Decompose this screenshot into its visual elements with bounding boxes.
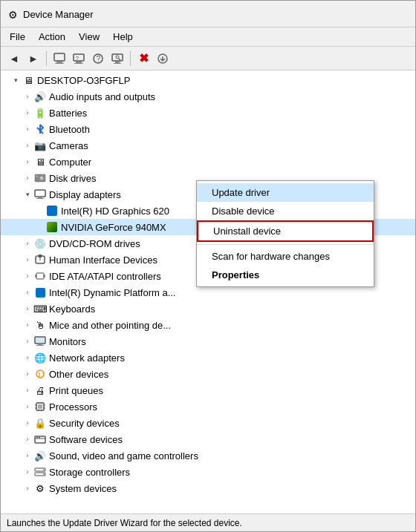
expand-software[interactable] xyxy=(22,433,33,445)
display-icon xyxy=(33,188,47,200)
scan-button[interactable] xyxy=(108,50,126,68)
intel-hd-label: Intel(R) HD Graphics 620 xyxy=(61,206,169,217)
tree-storage[interactable]: Storage controllers xyxy=(1,464,415,480)
expand-root[interactable] xyxy=(10,74,22,86)
svg-rect-34 xyxy=(38,404,42,409)
expand-print[interactable] xyxy=(22,384,33,396)
expand-ide[interactable] xyxy=(22,270,33,282)
toolbar: ◄ ► ? ? xyxy=(1,47,415,70)
expand-mice[interactable] xyxy=(22,319,33,331)
svg-point-16 xyxy=(40,177,44,180)
tree-batteries[interactable]: 🔋 Batteries xyxy=(1,105,415,121)
batteries-label: Batteries xyxy=(49,108,87,119)
hid-icon xyxy=(33,254,47,266)
expand-bluetooth[interactable] xyxy=(22,123,33,135)
computer-label: Computer xyxy=(49,157,91,168)
print-label: Print queues xyxy=(49,385,103,396)
tree-print[interactable]: 🖨 Print queues xyxy=(1,382,415,398)
tree-software[interactable]: Software devices xyxy=(1,431,415,447)
tree-monitors[interactable]: Monitors xyxy=(1,333,415,349)
system-label: System devices xyxy=(49,483,117,494)
update-driver-button[interactable]: ? xyxy=(70,50,88,68)
tree-cameras[interactable]: 📷 Cameras xyxy=(1,137,415,154)
svg-point-12 xyxy=(116,56,119,59)
network-icon: 🌐 xyxy=(33,352,47,364)
disk-label: Disk drives xyxy=(49,173,97,184)
svg-rect-11 xyxy=(114,63,121,64)
expand-system[interactable] xyxy=(22,482,33,494)
remove-button[interactable]: ✖ xyxy=(134,50,152,68)
expand-batteries[interactable] xyxy=(22,107,33,119)
storage-label: Storage controllers xyxy=(49,467,130,478)
tree-bluetooth[interactable]: Bluetooth xyxy=(1,121,415,137)
monitors-label: Monitors xyxy=(49,336,86,347)
intel-dyn-icon xyxy=(33,286,47,298)
other-icon: ! xyxy=(33,368,47,380)
menu-view[interactable]: View xyxy=(73,29,105,45)
sound-icon: 🔊 xyxy=(33,450,47,462)
svg-rect-19 xyxy=(38,197,42,198)
svg-rect-5 xyxy=(74,63,83,64)
expand-storage[interactable] xyxy=(22,466,33,478)
network-label: Network adapters xyxy=(49,352,125,364)
svg-rect-28 xyxy=(38,344,42,345)
tree-audio[interactable]: 🔊 Audio inputs and outputs xyxy=(1,88,415,105)
nvidia-label: NVIDIA GeForce 940MX xyxy=(61,222,166,233)
svg-rect-46 xyxy=(39,437,40,439)
tree-network[interactable]: 🌐 Network adapters xyxy=(1,349,415,366)
tree-sound[interactable]: 🔊 Sound, video and game controllers xyxy=(1,447,415,464)
ctx-properties[interactable]: Properties xyxy=(197,266,374,284)
forward-button[interactable]: ► xyxy=(25,50,42,68)
expand-sound[interactable] xyxy=(22,450,33,462)
expand-keyboard[interactable] xyxy=(22,303,33,315)
tree-keyboard[interactable]: ⌨ Keyboards xyxy=(1,301,415,317)
svg-rect-29 xyxy=(36,345,44,346)
help-button[interactable]: ? xyxy=(89,50,107,68)
computer-icon: 🖥 xyxy=(33,156,47,168)
expand-disk[interactable] xyxy=(22,172,33,184)
expand-network[interactable] xyxy=(22,352,33,364)
tree-view[interactable]: 🖥 DESKTOP-O3FGFLP 🔊 Audio inputs and out… xyxy=(1,70,415,513)
mice-label: Mice and other pointing de... xyxy=(49,320,171,331)
toolbar-separator-1 xyxy=(46,51,47,66)
expand-monitors[interactable] xyxy=(22,335,33,347)
tree-security[interactable]: 🔒 Security devices xyxy=(1,415,415,431)
menu-help[interactable]: Help xyxy=(107,29,139,45)
expand-display[interactable] xyxy=(22,188,33,200)
expand-dvd[interactable] xyxy=(22,237,33,249)
tree-other[interactable]: ! Other devices xyxy=(1,366,415,382)
ctx-update-driver[interactable]: Update driver xyxy=(197,183,374,202)
ctx-scan-hardware[interactable]: Scan for hardware changes xyxy=(197,247,374,266)
expand-hid[interactable] xyxy=(22,254,33,266)
svg-rect-26 xyxy=(43,275,45,278)
tree-processors[interactable]: Processors xyxy=(1,398,415,415)
expand-computer[interactable] xyxy=(22,156,33,168)
display-label: Display adapters xyxy=(49,189,121,200)
expand-cameras[interactable] xyxy=(22,139,33,151)
expand-other[interactable] xyxy=(22,368,33,380)
tree-computer[interactable]: 🖥 Computer xyxy=(1,154,415,170)
tree-mice[interactable]: 🖱 Mice and other pointing de... xyxy=(1,317,415,333)
svg-rect-2 xyxy=(55,63,64,64)
keyboard-icon: ⌨ xyxy=(33,303,47,315)
menu-action[interactable]: Action xyxy=(33,29,71,45)
properties-button[interactable] xyxy=(51,50,68,68)
expand-security[interactable] xyxy=(22,417,33,429)
ide-icon xyxy=(33,270,47,282)
ctx-uninstall-device[interactable]: Uninstall device xyxy=(197,220,374,242)
svg-text:?: ? xyxy=(76,56,79,61)
menu-file[interactable]: File xyxy=(4,29,31,45)
intel-dyn-label: Intel(R) Dynamic Platform a... xyxy=(49,287,176,298)
hid-label: Human Interface Devices xyxy=(49,254,157,266)
expand-audio[interactable] xyxy=(22,91,33,102)
svg-line-13 xyxy=(119,59,120,60)
tree-root[interactable]: 🖥 DESKTOP-O3FGFLP xyxy=(1,72,415,88)
audio-label: Audio inputs and outputs xyxy=(49,91,155,102)
security-label: Security devices xyxy=(49,418,120,429)
expand-processors[interactable] xyxy=(22,401,33,413)
back-button[interactable]: ◄ xyxy=(5,50,23,68)
ctx-disable-device[interactable]: Disable device xyxy=(197,202,374,220)
update-button[interactable] xyxy=(154,50,172,68)
tree-system[interactable]: ⚙ System devices xyxy=(1,480,415,496)
expand-intel-dyn[interactable] xyxy=(22,286,33,298)
